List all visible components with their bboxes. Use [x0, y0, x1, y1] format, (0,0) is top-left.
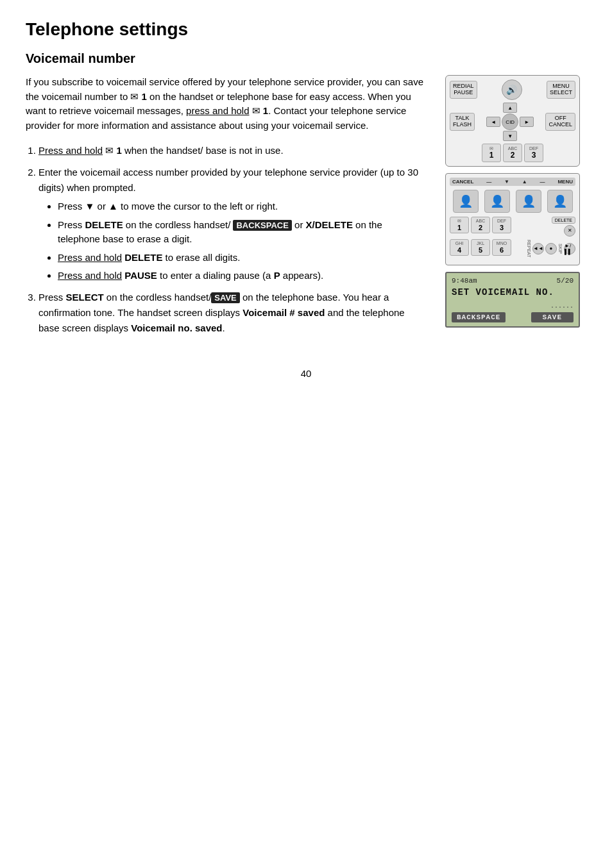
bd-skip-label: SKIP: [558, 244, 563, 254]
step1-press-hold: Press and hold: [38, 145, 103, 156]
step2-text: Enter the voicemail access number provid…: [38, 167, 418, 193]
lcd-top-row: 9:48am 5/20: [452, 277, 574, 285]
lcd-main-text: SET VOICEMAIL NO.: [452, 287, 574, 297]
mail-icon-inline2: ✉: [252, 105, 260, 116]
bd-nav-down: ▼: [504, 179, 509, 185]
bd-key-4: GHI 4: [450, 239, 469, 256]
bd-nav-center-btn: ●: [545, 243, 557, 255]
bd-keypad-bottom: GHI 4 JKL 5 MNO 6: [450, 239, 524, 256]
intro-paragraph: If you subscribe to voicemail service of…: [26, 75, 426, 133]
page-title: Telephone settings: [26, 19, 586, 40]
bd-play-btn: ►/▌▌: [564, 243, 575, 255]
bd-nav1: —: [486, 179, 491, 185]
hd-btn-off: OFFCANCEL: [545, 113, 575, 131]
hd-btn-redial: REDIALPAUSE: [450, 81, 477, 99]
bd-cradle-2: 👤: [484, 190, 510, 213]
bd-key-6: MNO 6: [492, 239, 511, 256]
bd-key-5: JKL 5: [471, 239, 490, 256]
bd-cancel-label: CANCEL: [452, 179, 473, 185]
bd-cradles: 👤 👤 👤 👤: [450, 190, 575, 213]
hd-nav-down: ▼: [503, 131, 517, 141]
step-2: Enter the voicemail access number provid…: [38, 165, 426, 283]
lcd-save-btn: SAVE: [531, 312, 574, 322]
hd-nav-row: TALKFLASH ▲ ◄ CID ► ▼ OFFCANCEL: [450, 103, 575, 141]
step-1: Press and hold ✉ 1 when the handset/ bas…: [38, 143, 426, 158]
bullet-2: Press DELETE on the cordless handset/ BA…: [58, 218, 426, 247]
bd-cradle-3: 👤: [516, 190, 541, 213]
hd-nav-right: ►: [520, 117, 534, 127]
hd-key-3: DEF 3: [524, 144, 543, 162]
hd-btn-menu: MENUSELECT: [547, 81, 575, 99]
intro-press-hold: press and hold: [186, 105, 249, 116]
lcd-screen: 9:48am 5/20 SET VOICEMAIL NO. ...... BAC…: [445, 272, 580, 328]
hd-nav-up: ▲: [503, 103, 517, 113]
bd-cradle-4: 👤: [547, 190, 573, 213]
bd-top-row: CANCEL — ▼ ▲ — MENU: [450, 178, 575, 186]
bd-repeat-label: REPEAT: [527, 240, 531, 258]
bullet-3: Press and hold DELETE to erase all digit…: [58, 251, 426, 265]
image-column: REDIALPAUSE 🔊 MENUSELECT TALKFLASH ▲ ◄ C…: [445, 75, 586, 328]
bullet3-underline: Press and hold: [58, 252, 122, 263]
backspace-badge: BACKSPACE: [233, 220, 291, 231]
section-title: Voicemail number: [26, 51, 586, 66]
hd-nav-left: ◄: [486, 117, 500, 127]
hd-nav-center: CID: [502, 113, 518, 130]
hd-key-2: ABC 2: [503, 144, 522, 162]
step1-text: when the handset/ base is not in use.: [124, 145, 284, 156]
bd-cradle-1: 👤: [453, 190, 479, 213]
hd-key-1: ✉ 1: [482, 144, 501, 162]
hd-top-row: REDIALPAUSE 🔊 MENUSELECT: [450, 79, 575, 100]
hd-speaker-icon: 🔊: [502, 79, 522, 100]
lcd-bottom-row: BACKSPACE SAVE: [452, 312, 574, 322]
bd-rewind-btn: ◄◄: [532, 243, 544, 255]
mail-icon-inline: ✉: [130, 91, 139, 102]
handset-diagram: REDIALPAUSE 🔊 MENUSELECT TALKFLASH ▲ ◄ C…: [445, 75, 580, 167]
bd-nav-up: ▲: [522, 179, 527, 185]
hd-nav-cluster: ▲ ◄ CID ► ▼: [486, 103, 534, 141]
hd-btn-talk: TALKFLASH: [450, 113, 475, 131]
base-diagram: CANCEL — ▼ ▲ — MENU 👤 👤 👤 👤 ✉ 1: [445, 173, 580, 265]
steps-list: Press and hold ✉ 1 when the handset/ bas…: [38, 143, 426, 336]
step1-key: 1: [116, 145, 121, 156]
bd-key-1: ✉ 1: [450, 217, 469, 233]
bd-delete-label: DELETE: [552, 217, 575, 224]
content-wrapper: If you subscribe to voicemail service of…: [26, 75, 586, 342]
bd-nav2: —: [540, 179, 545, 185]
hd-keypad: ✉ 1 ABC 2 DEF 3: [450, 144, 575, 162]
bullet-4: Press and hold PAUSE to enter a dialing …: [58, 269, 426, 283]
bullet4-underline: Press and hold: [58, 270, 122, 281]
lcd-page: 5/20: [557, 277, 574, 285]
bd-keypad-top: ✉ 1 ABC 2 DEF 3: [450, 217, 549, 233]
bd-x-btn: ✕: [564, 225, 575, 237]
lcd-time: 9:48am: [452, 277, 477, 285]
lcd-backspace-btn: BACKSPACE: [452, 312, 506, 322]
page-number: 40: [26, 368, 586, 379]
bd-key-3: DEF 3: [492, 217, 511, 233]
bd-menu-label: MENU: [557, 179, 573, 185]
lcd-empty-space: [508, 312, 528, 322]
lcd-dots: ......: [452, 303, 574, 310]
bd-key-2: ABC 2: [471, 217, 490, 233]
bullet-1: Press ▼ or ▲ to move the cursor to the l…: [58, 199, 426, 214]
save-badge: SAVE: [211, 292, 239, 303]
step2-bullets: Press ▼ or ▲ to move the cursor to the l…: [58, 199, 426, 283]
text-column: If you subscribe to voicemail service of…: [26, 75, 426, 342]
step-3: Press SELECT on the cordless handset/SAV…: [38, 290, 426, 336]
step1-icon: ✉: [105, 145, 114, 156]
